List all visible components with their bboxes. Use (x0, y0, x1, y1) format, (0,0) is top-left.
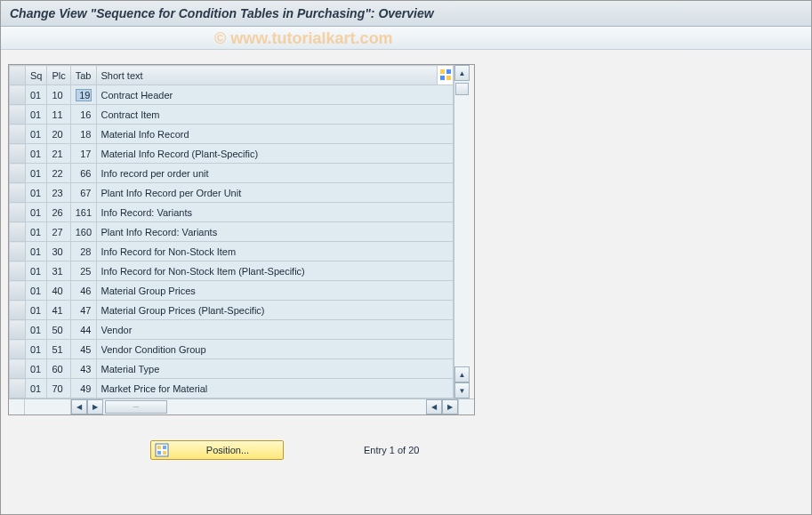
hscroll-track[interactable]: ··· (103, 399, 426, 414)
row-selector[interactable] (10, 262, 26, 281)
col-select[interactable] (10, 66, 26, 85)
cell-short-text[interactable] (96, 359, 454, 379)
cell-short-text[interactable] (96, 85, 454, 105)
short-text-input[interactable] (101, 129, 449, 140)
cell-tab[interactable] (70, 340, 96, 359)
short-text-input[interactable] (101, 364, 449, 374)
cell-short-text[interactable] (96, 125, 454, 144)
cell-short-text[interactable] (96, 320, 454, 340)
cell-tab[interactable] (70, 359, 96, 379)
plc-input[interactable] (52, 168, 65, 179)
sq-input[interactable] (30, 325, 42, 335)
cell-plc[interactable] (47, 340, 70, 359)
cell-sq[interactable] (26, 242, 47, 262)
vertical-scrollbar[interactable]: ▲ ▲ ▼ (454, 65, 470, 398)
row-selector[interactable] (10, 320, 26, 340)
cell-short-text[interactable] (96, 281, 454, 301)
tab-input[interactable] (76, 109, 92, 120)
tab-input[interactable] (76, 266, 92, 277)
cell-plc[interactable] (47, 281, 70, 301)
cell-plc[interactable] (47, 85, 70, 105)
sq-input[interactable] (30, 168, 42, 179)
cell-tab[interactable] (70, 379, 96, 398)
plc-input[interactable] (52, 109, 65, 120)
short-text-input[interactable] (101, 266, 449, 277)
cell-sq[interactable] (26, 183, 47, 203)
cell-sq[interactable] (26, 320, 47, 340)
cell-sq[interactable] (26, 379, 47, 398)
short-text-input[interactable] (101, 325, 449, 335)
short-text-input[interactable] (101, 227, 449, 237)
table-row[interactable] (10, 203, 454, 222)
cell-plc[interactable] (47, 262, 70, 281)
cell-short-text[interactable] (96, 340, 454, 359)
col-short-text[interactable]: Short text (96, 66, 438, 85)
cell-plc[interactable] (47, 125, 70, 144)
scroll-up-step-button[interactable]: ▲ (454, 366, 470, 382)
cell-plc[interactable] (47, 222, 70, 242)
table-row[interactable] (10, 183, 454, 203)
cell-plc[interactable] (47, 379, 70, 398)
cell-tab[interactable] (70, 164, 96, 183)
cell-sq[interactable] (26, 262, 47, 281)
cell-short-text[interactable] (96, 183, 454, 203)
cell-plc[interactable] (47, 359, 70, 379)
vscroll-track[interactable] (454, 81, 470, 366)
sq-input[interactable] (30, 344, 42, 355)
cell-plc[interactable] (47, 105, 70, 125)
cell-sq[interactable] (26, 359, 47, 379)
tab-input[interactable] (76, 305, 92, 316)
sq-input[interactable] (30, 227, 42, 237)
cell-sq[interactable] (26, 105, 47, 125)
tab-input[interactable] (76, 325, 92, 335)
cell-tab[interactable] (70, 242, 96, 262)
short-text-input[interactable] (101, 286, 449, 296)
table-row[interactable] (10, 379, 454, 398)
cell-sq[interactable] (26, 125, 47, 144)
cell-tab[interactable] (70, 262, 96, 281)
cell-tab[interactable] (70, 320, 96, 340)
plc-input[interactable] (52, 286, 65, 296)
table-settings-button[interactable] (438, 66, 454, 85)
plc-input[interactable] (52, 364, 65, 374)
cell-sq[interactable] (26, 222, 47, 242)
col-tab[interactable]: Tab (70, 66, 96, 85)
tab-input[interactable] (76, 168, 92, 179)
table-row[interactable] (10, 281, 454, 301)
sq-input[interactable] (30, 109, 42, 120)
position-button[interactable]: Position... (150, 440, 284, 460)
plc-input[interactable] (52, 246, 65, 257)
cell-short-text[interactable] (96, 164, 454, 183)
cell-tab[interactable] (70, 85, 96, 105)
cell-tab[interactable] (70, 144, 96, 164)
cell-tab[interactable] (70, 183, 96, 203)
scroll-down-button[interactable]: ▼ (454, 382, 470, 398)
table-row[interactable] (10, 144, 454, 164)
hscroll-thumb[interactable]: ··· (105, 400, 167, 414)
tab-input[interactable] (76, 286, 92, 296)
plc-input[interactable] (52, 90, 65, 101)
tab-input[interactable] (76, 344, 92, 355)
sq-input[interactable] (30, 129, 42, 140)
cell-tab[interactable] (70, 203, 96, 222)
cell-short-text[interactable] (96, 379, 454, 398)
cell-short-text[interactable] (96, 144, 454, 164)
cell-sq[interactable] (26, 281, 47, 301)
cell-plc[interactable] (47, 164, 70, 183)
cell-tab[interactable] (70, 301, 96, 320)
row-selector[interactable] (10, 301, 26, 320)
cell-sq[interactable] (26, 85, 47, 105)
table-row[interactable] (10, 105, 454, 125)
sq-input[interactable] (30, 305, 42, 316)
col-plc[interactable]: Plc (47, 66, 70, 85)
cell-short-text[interactable] (96, 301, 454, 320)
sq-input[interactable] (30, 246, 42, 257)
table-row[interactable] (10, 340, 454, 359)
tab-input[interactable] (76, 207, 92, 218)
cell-plc[interactable] (47, 203, 70, 222)
cell-short-text[interactable] (96, 222, 454, 242)
plc-input[interactable] (52, 188, 65, 198)
row-selector[interactable] (10, 164, 26, 183)
cell-sq[interactable] (26, 301, 47, 320)
table-row[interactable] (10, 85, 454, 105)
